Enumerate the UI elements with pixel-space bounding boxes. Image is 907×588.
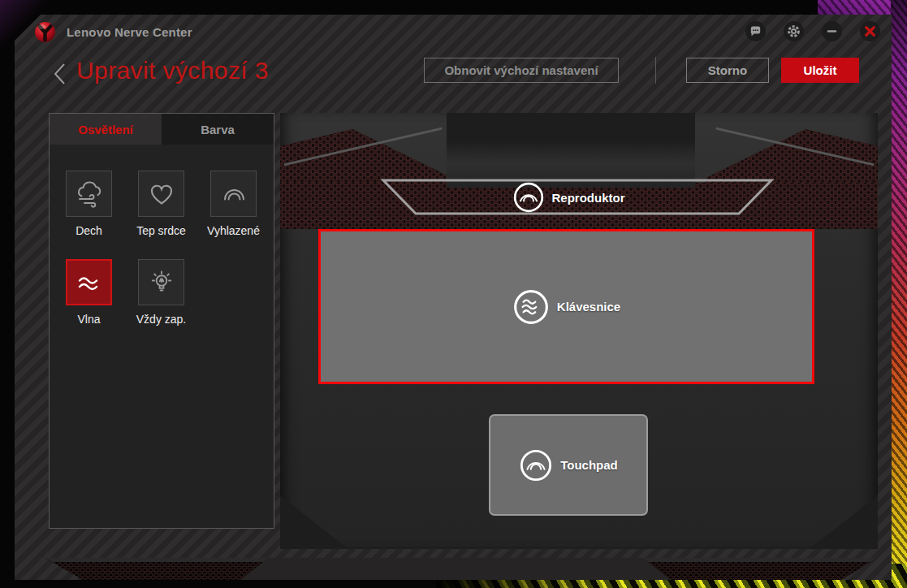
tab-barva[interactable]: Barva (162, 114, 274, 145)
smooth-arcs-icon (519, 448, 553, 482)
heartbeat-icon (147, 179, 176, 209)
close-button[interactable] (860, 21, 880, 41)
effect-tep-srdce[interactable]: Tep srdce (138, 171, 184, 237)
window-controls (745, 21, 880, 41)
zone-keyboard[interactable]: Klávesnice (318, 229, 814, 384)
effects-panel: Osvětlení Barva Dech (49, 113, 274, 529)
wave-icon (75, 268, 104, 297)
save-button[interactable]: Uložit (781, 58, 859, 83)
message-button[interactable] (745, 21, 766, 41)
legion-logo-icon (34, 21, 56, 43)
breath-icon (75, 179, 104, 209)
settings-button[interactable] (784, 21, 804, 41)
effects-grid: Dech Tep srdce Vyhlazené (50, 145, 274, 326)
zone-label: Klávesnice (557, 300, 620, 313)
reset-defaults-button[interactable]: Obnovit výchozí nastavení (424, 58, 619, 83)
wave-icon (512, 288, 550, 326)
effect-label: Vlna (77, 313, 100, 326)
effect-label: Dech (76, 224, 102, 237)
message-bubble-icon (748, 24, 763, 39)
gear-icon (786, 24, 801, 39)
always-on-icon (147, 268, 176, 297)
smooth-icon (219, 179, 248, 209)
page-title: Upravit výchozí 3 (76, 57, 269, 84)
laptop-preview: Reproduktor Klávesnice Touchpad (280, 113, 878, 549)
minimize-icon (824, 24, 840, 39)
body-corner-cut (810, 495, 878, 549)
effect-label: Tep srdce (136, 224, 186, 237)
effects-tabs: Osvětlení Barva (50, 114, 274, 145)
zone-label: Touchpad (560, 458, 618, 472)
tab-osvetleni[interactable]: Osvětlení (50, 114, 162, 145)
effect-label: Vždy zap. (136, 313, 186, 326)
effect-vzdy-zap[interactable]: Vždy zap. (138, 259, 184, 326)
zone-speaker[interactable]: Reproduktor (447, 179, 690, 215)
app-title: Lenovo Nerve Center (67, 25, 192, 39)
close-icon (862, 24, 878, 39)
minimize-button[interactable] (822, 21, 842, 41)
cancel-button[interactable]: Storno (686, 58, 769, 83)
chevron-left-icon (50, 62, 71, 86)
back-button[interactable] (50, 62, 71, 86)
effect-dech[interactable]: Dech (66, 171, 112, 237)
effect-label: Vyhlazené (207, 224, 260, 237)
header-divider (655, 57, 656, 84)
zone-label: Reproduktor (552, 191, 625, 205)
smooth-arcs-icon (512, 181, 545, 214)
effect-vlna[interactable]: Vlna (66, 259, 112, 326)
titlebar: Lenovo Nerve Center (15, 15, 892, 49)
laptop-hinge (447, 113, 695, 188)
wallpaper-streak (891, 0, 907, 588)
zone-touchpad[interactable]: Touchpad (489, 414, 648, 516)
nerve-center-window: Lenovo Nerve Center (15, 15, 892, 580)
effect-vyhlazene[interactable]: Vyhlazené (210, 171, 257, 237)
vent-strip-center (240, 558, 671, 580)
bottom-vent-strip (45, 558, 877, 580)
body-corner-cut (280, 495, 348, 549)
